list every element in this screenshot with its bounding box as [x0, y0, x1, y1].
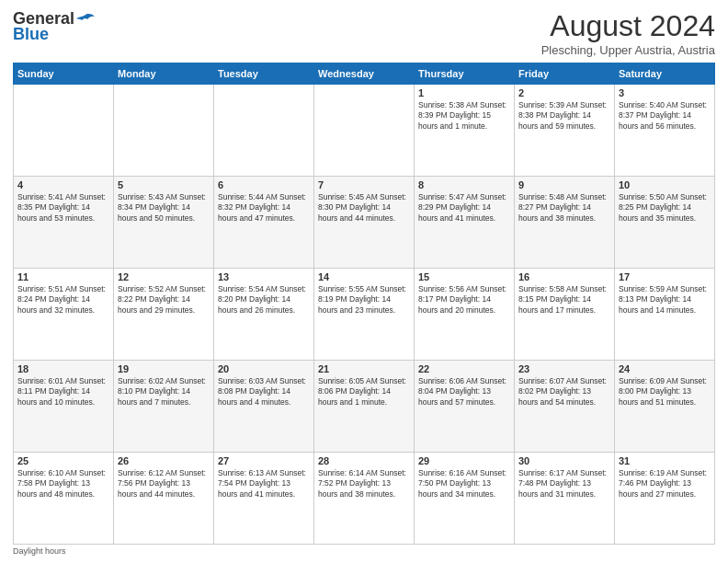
day-number: 31 [619, 455, 711, 466]
day-number: 19 [118, 363, 210, 374]
cell-5-6: 30Sunrise: 6:17 AM Sunset: 7:48 PM Dayli… [515, 453, 615, 545]
day-info: Sunrise: 6:01 AM Sunset: 8:11 PM Dayligh… [17, 376, 109, 408]
day-number: 17 [619, 271, 711, 282]
day-number: 20 [218, 363, 310, 374]
col-sunday: Sunday [14, 63, 114, 85]
cell-2-7: 10Sunrise: 5:50 AM Sunset: 8:25 PM Dayli… [615, 177, 715, 269]
cell-1-4 [314, 85, 415, 177]
day-number: 7 [318, 179, 410, 190]
day-number: 23 [518, 363, 610, 374]
cell-2-4: 7Sunrise: 5:45 AM Sunset: 8:30 PM Daylig… [314, 177, 415, 269]
day-info: Sunrise: 6:19 AM Sunset: 7:46 PM Dayligh… [619, 468, 711, 500]
day-info: Sunrise: 5:40 AM Sunset: 8:37 PM Dayligh… [619, 100, 711, 132]
cell-1-7: 3Sunrise: 5:40 AM Sunset: 8:37 PM Daylig… [615, 85, 715, 177]
day-info: Sunrise: 5:54 AM Sunset: 8:20 PM Dayligh… [218, 284, 310, 316]
day-info: Sunrise: 6:03 AM Sunset: 8:08 PM Dayligh… [218, 376, 310, 408]
cell-5-5: 29Sunrise: 6:16 AM Sunset: 7:50 PM Dayli… [415, 453, 515, 545]
cell-2-6: 9Sunrise: 5:48 AM Sunset: 8:27 PM Daylig… [515, 177, 615, 269]
day-info: Sunrise: 5:39 AM Sunset: 8:38 PM Dayligh… [518, 100, 610, 132]
week-row-2: 4Sunrise: 5:41 AM Sunset: 8:35 PM Daylig… [14, 177, 715, 269]
day-number: 18 [17, 363, 109, 374]
col-wednesday: Wednesday [314, 63, 415, 85]
cell-1-5: 1Sunrise: 5:38 AM Sunset: 8:39 PM Daylig… [415, 85, 515, 177]
day-info: Sunrise: 5:58 AM Sunset: 8:15 PM Dayligh… [518, 284, 610, 316]
week-row-5: 25Sunrise: 6:10 AM Sunset: 7:58 PM Dayli… [14, 453, 715, 545]
col-thursday: Thursday [415, 63, 515, 85]
cell-5-1: 25Sunrise: 6:10 AM Sunset: 7:58 PM Dayli… [14, 453, 114, 545]
day-number: 10 [619, 179, 711, 190]
day-info: Sunrise: 6:02 AM Sunset: 8:10 PM Dayligh… [118, 376, 210, 408]
cell-1-1 [14, 85, 114, 177]
month-title: August 2024 [541, 9, 715, 43]
day-info: Sunrise: 6:05 AM Sunset: 8:06 PM Dayligh… [318, 376, 410, 408]
footer-note: Daylight hours [13, 545, 715, 556]
day-info: Sunrise: 5:41 AM Sunset: 8:35 PM Dayligh… [17, 192, 109, 224]
day-number: 6 [218, 179, 310, 190]
header-row: Sunday Monday Tuesday Wednesday Thursday… [14, 63, 715, 85]
logo-blue: Blue [13, 25, 49, 44]
cell-2-5: 8Sunrise: 5:47 AM Sunset: 8:29 PM Daylig… [415, 177, 515, 269]
cell-2-3: 6Sunrise: 5:44 AM Sunset: 8:32 PM Daylig… [214, 177, 314, 269]
day-info: Sunrise: 5:55 AM Sunset: 8:19 PM Dayligh… [318, 284, 410, 316]
day-info: Sunrise: 5:50 AM Sunset: 8:25 PM Dayligh… [619, 192, 711, 224]
logo-bird-icon [76, 13, 95, 26]
day-number: 24 [619, 363, 711, 374]
cell-3-1: 11Sunrise: 5:51 AM Sunset: 8:24 PM Dayli… [14, 269, 114, 361]
cell-5-3: 27Sunrise: 6:13 AM Sunset: 7:54 PM Dayli… [214, 453, 314, 545]
day-number: 22 [418, 363, 510, 374]
cell-5-7: 31Sunrise: 6:19 AM Sunset: 7:46 PM Dayli… [615, 453, 715, 545]
day-info: Sunrise: 6:07 AM Sunset: 8:02 PM Dayligh… [518, 376, 610, 408]
day-number: 25 [17, 455, 109, 466]
day-info: Sunrise: 6:10 AM Sunset: 7:58 PM Dayligh… [17, 468, 109, 500]
cell-4-7: 24Sunrise: 6:09 AM Sunset: 8:00 PM Dayli… [615, 361, 715, 453]
day-number: 15 [418, 271, 510, 282]
day-number: 29 [418, 455, 510, 466]
cell-2-1: 4Sunrise: 5:41 AM Sunset: 8:35 PM Daylig… [14, 177, 114, 269]
col-saturday: Saturday [615, 63, 715, 85]
calendar-body: 1Sunrise: 5:38 AM Sunset: 8:39 PM Daylig… [14, 85, 715, 545]
col-tuesday: Tuesday [214, 63, 314, 85]
calendar: Sunday Monday Tuesday Wednesday Thursday… [13, 63, 715, 556]
cell-3-7: 17Sunrise: 5:59 AM Sunset: 8:13 PM Dayli… [615, 269, 715, 361]
day-info: Sunrise: 5:56 AM Sunset: 8:17 PM Dayligh… [418, 284, 510, 316]
cell-3-5: 15Sunrise: 5:56 AM Sunset: 8:17 PM Dayli… [415, 269, 515, 361]
day-number: 2 [518, 87, 610, 98]
day-info: Sunrise: 6:17 AM Sunset: 7:48 PM Dayligh… [518, 468, 610, 500]
day-number: 21 [318, 363, 410, 374]
cell-4-4: 21Sunrise: 6:05 AM Sunset: 8:06 PM Dayli… [314, 361, 415, 453]
location: Plesching, Upper Austria, Austria [541, 43, 715, 57]
header: General Blue August 2024 Plesching, Uppe… [13, 9, 715, 57]
day-number: 4 [17, 179, 109, 190]
day-info: Sunrise: 5:52 AM Sunset: 8:22 PM Dayligh… [118, 284, 210, 316]
day-info: Sunrise: 6:09 AM Sunset: 8:00 PM Dayligh… [619, 376, 711, 408]
cell-2-2: 5Sunrise: 5:43 AM Sunset: 8:34 PM Daylig… [114, 177, 214, 269]
cell-5-4: 28Sunrise: 6:14 AM Sunset: 7:52 PM Dayli… [314, 453, 415, 545]
calendar-header: Sunday Monday Tuesday Wednesday Thursday… [14, 63, 715, 85]
day-info: Sunrise: 5:48 AM Sunset: 8:27 PM Dayligh… [518, 192, 610, 224]
day-number: 5 [118, 179, 210, 190]
cell-5-2: 26Sunrise: 6:12 AM Sunset: 7:56 PM Dayli… [114, 453, 214, 545]
cell-4-5: 22Sunrise: 6:06 AM Sunset: 8:04 PM Dayli… [415, 361, 515, 453]
title-block: August 2024 Plesching, Upper Austria, Au… [541, 9, 715, 57]
cell-3-3: 13Sunrise: 5:54 AM Sunset: 8:20 PM Dayli… [214, 269, 314, 361]
day-number: 30 [518, 455, 610, 466]
day-number: 27 [218, 455, 310, 466]
cell-1-2 [114, 85, 214, 177]
logo: General Blue [13, 9, 95, 44]
day-number: 13 [218, 271, 310, 282]
day-info: Sunrise: 5:47 AM Sunset: 8:29 PM Dayligh… [418, 192, 510, 224]
cell-4-3: 20Sunrise: 6:03 AM Sunset: 8:08 PM Dayli… [214, 361, 314, 453]
day-number: 26 [118, 455, 210, 466]
day-number: 16 [518, 271, 610, 282]
day-number: 3 [619, 87, 711, 98]
day-number: 12 [118, 271, 210, 282]
day-info: Sunrise: 5:45 AM Sunset: 8:30 PM Dayligh… [318, 192, 410, 224]
page: General Blue August 2024 Plesching, Uppe… [0, 0, 728, 563]
col-monday: Monday [114, 63, 214, 85]
cell-4-1: 18Sunrise: 6:01 AM Sunset: 8:11 PM Dayli… [14, 361, 114, 453]
day-info: Sunrise: 5:43 AM Sunset: 8:34 PM Dayligh… [118, 192, 210, 224]
cell-3-6: 16Sunrise: 5:58 AM Sunset: 8:15 PM Dayli… [515, 269, 615, 361]
day-number: 9 [518, 179, 610, 190]
day-info: Sunrise: 6:12 AM Sunset: 7:56 PM Dayligh… [118, 468, 210, 500]
day-number: 14 [318, 271, 410, 282]
